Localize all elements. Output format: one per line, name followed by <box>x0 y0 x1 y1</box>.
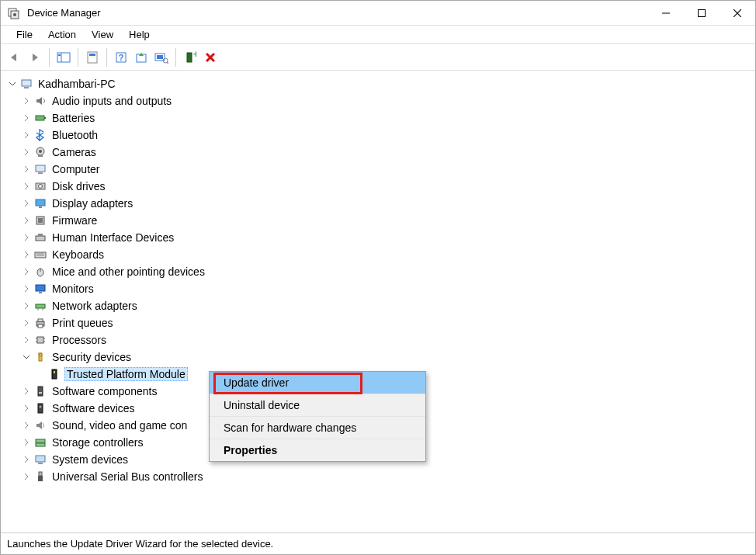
sound-icon <box>33 418 47 432</box>
expand-icon-closed[interactable] <box>21 249 32 260</box>
expand-icon-closed[interactable] <box>21 471 32 482</box>
update-driver-button[interactable] <box>132 48 151 67</box>
tree-category-security-devices[interactable]: Security devices <box>2 349 754 366</box>
menu-file[interactable]: File <box>9 27 40 42</box>
tree-category-disk-drives[interactable]: Disk drives <box>2 178 754 195</box>
hid-icon <box>33 231 47 245</box>
audio-icon <box>33 94 47 108</box>
tree-category-processors[interactable]: Processors <box>2 331 754 349</box>
display-icon <box>33 196 47 210</box>
svg-rect-63 <box>39 392 42 394</box>
bluetooth-icon <box>33 128 47 142</box>
svg-rect-7 <box>57 53 70 62</box>
tree-node-label: Bluetooth <box>50 128 99 142</box>
tree-node-label: Software devices <box>50 401 137 415</box>
svg-point-59 <box>39 353 42 356</box>
svg-rect-31 <box>38 172 43 174</box>
tree-category-display-adapters[interactable]: Display adapters <box>2 195 754 212</box>
svg-rect-25 <box>36 116 44 120</box>
expand-icon-open[interactable] <box>7 78 18 89</box>
properties-button[interactable] <box>83 48 102 67</box>
minimize-button[interactable] <box>648 1 684 26</box>
tree-node-label: Storage controllers <box>50 435 145 449</box>
forward-button[interactable] <box>26 48 44 67</box>
computer-icon <box>19 77 33 91</box>
svg-rect-69 <box>38 463 43 464</box>
add-hardware-button[interactable]: + <box>181 48 199 67</box>
computer-icon <box>33 162 47 176</box>
ctx-update-driver[interactable]: Update driver <box>210 372 425 394</box>
menu-action[interactable]: Action <box>40 27 84 42</box>
tree-category-keyboards[interactable]: Keyboards <box>2 246 754 263</box>
expand-icon-open[interactable] <box>21 352 32 362</box>
tree-root[interactable]: Kadhambari-PC <box>2 75 754 92</box>
expand-icon-closed[interactable] <box>21 130 32 140</box>
expand-icon-closed[interactable] <box>21 198 32 209</box>
toolbar-separator <box>175 48 176 67</box>
expand-icon-closed[interactable] <box>21 95 32 106</box>
tree-node-label: Sound, video and game con <box>50 418 189 432</box>
expand-icon-closed[interactable] <box>21 300 32 311</box>
tree-node-label: Mice and other pointing devices <box>50 265 206 279</box>
expand-icon-closed[interactable] <box>21 266 32 277</box>
svg-rect-51 <box>38 319 43 321</box>
expand-icon-closed[interactable] <box>21 335 32 345</box>
expand-icon-closed[interactable] <box>21 164 32 175</box>
ctx-uninstall-device[interactable]: Uninstall device <box>210 394 425 417</box>
expand-icon-closed[interactable] <box>21 403 32 414</box>
expand-icon-closed[interactable] <box>21 420 32 431</box>
help-button[interactable]: ? <box>112 48 130 67</box>
system-icon <box>33 453 47 467</box>
svg-rect-34 <box>36 199 45 206</box>
battery-icon <box>33 111 47 125</box>
expand-icon-closed[interactable] <box>21 113 32 123</box>
tree-category-monitors[interactable]: Monitors <box>2 280 754 297</box>
svg-rect-30 <box>36 165 45 172</box>
tree-node-label: Firmware <box>50 213 99 227</box>
menu-help[interactable]: Help <box>121 27 158 42</box>
tree-category-computer[interactable]: Computer <box>2 161 754 178</box>
expand-icon-none <box>35 369 46 380</box>
expand-icon-closed[interactable] <box>21 181 32 192</box>
show-hide-tree-button[interactable] <box>54 48 73 67</box>
svg-rect-37 <box>38 218 43 223</box>
svg-rect-29 <box>38 155 43 157</box>
back-button[interactable] <box>5 48 24 67</box>
tree-category-cameras[interactable]: Cameras <box>2 144 754 161</box>
tree-category-human-interface-devices[interactable]: Human Interface Devices <box>2 229 754 246</box>
svg-rect-23 <box>22 80 31 86</box>
tree-node-label: Disk drives <box>50 179 106 193</box>
close-button[interactable] <box>720 1 755 26</box>
tree-category-firmware[interactable]: Firmware <box>2 212 754 229</box>
svg-rect-19 <box>187 53 192 62</box>
expand-icon-closed[interactable] <box>21 283 32 294</box>
tree-node-label: Security devices <box>50 350 133 364</box>
expand-icon-closed[interactable] <box>21 215 32 226</box>
tree-category-print-queues[interactable]: Print queues <box>2 314 754 331</box>
toolbar-separator <box>49 48 50 67</box>
expand-icon-closed[interactable] <box>21 454 32 465</box>
ctx-properties[interactable]: Properties <box>210 439 425 461</box>
expand-icon-closed[interactable] <box>21 232 32 243</box>
uninstall-button[interactable] <box>201 48 220 67</box>
toolbar: ? + <box>1 44 755 71</box>
tree-category-audio-inputs-and-outputs[interactable]: Audio inputs and outputs <box>2 92 754 109</box>
expand-icon-closed[interactable] <box>21 317 32 328</box>
tree-category-bluetooth[interactable]: Bluetooth <box>2 127 754 144</box>
network-icon <box>33 299 47 313</box>
expand-icon-closed[interactable] <box>21 437 32 448</box>
statusbar: Launches the Update Driver Wizard for th… <box>1 532 755 554</box>
expand-icon-closed[interactable] <box>21 147 32 158</box>
tree-category-network-adapters[interactable]: Network adapters <box>2 297 754 314</box>
scan-hardware-button[interactable] <box>152 48 171 67</box>
menu-view[interactable]: View <box>84 27 121 42</box>
tree-category-mice-and-other-pointing-devices[interactable]: Mice and other pointing devices <box>2 263 754 280</box>
statusbar-text: Launches the Update Driver Wizard for th… <box>7 538 273 550</box>
tree-category-batteries[interactable]: Batteries <box>2 109 754 127</box>
ctx-scan-hardware[interactable]: Scan for hardware changes <box>210 417 425 439</box>
cpu-icon <box>33 333 47 347</box>
maximize-button[interactable] <box>684 1 720 26</box>
tree-category-universal-serial-bus-controllers[interactable]: Universal Serial Bus controllers <box>2 468 754 485</box>
svg-rect-35 <box>39 206 42 208</box>
expand-icon-closed[interactable] <box>21 386 32 397</box>
